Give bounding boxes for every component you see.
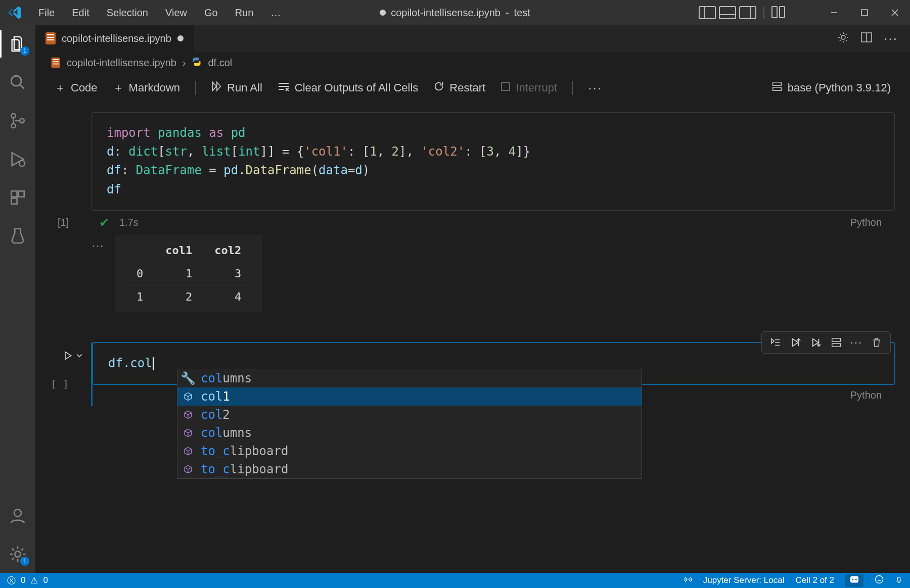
svg-point-11 [841,35,845,39]
suggestion-item[interactable]: to_clipboard [177,442,642,460]
activity-extensions[interactable] [8,188,27,207]
clear-outputs-button[interactable]: Clear Outputs of All Cells [272,79,424,96]
svg-point-5 [19,161,25,166]
layout-sidebar-right-icon[interactable] [739,6,756,19]
activity-run-debug[interactable] [8,150,27,169]
cell-language[interactable]: Python [850,217,887,228]
breadcrumb[interactable]: copilot-intellisense.ipynb › df.col [35,52,910,74]
interrupt-kernel-button[interactable]: Interrupt [495,79,562,96]
error-icon[interactable]: ⓧ [7,575,16,586]
window-title-file: copilot-intellisense.ipynb [391,7,500,19]
breadcrumb-symbol[interactable]: df.col [208,57,232,69]
window-maximize-button[interactable] [849,0,880,25]
split-cell-icon[interactable] [830,336,843,349]
menu-more[interactable]: … [262,4,290,22]
bell-icon[interactable] [895,575,903,586]
tab-notebook[interactable]: copilot-intellisense.ipynb [35,25,194,52]
svg-point-9 [14,509,21,516]
suggestion-item[interactable]: columns [177,424,642,442]
activity-bar: 1 1 [0,25,35,573]
execute-above-icon[interactable] [789,336,802,349]
notebook-icon [46,32,56,44]
chevron-down-icon[interactable] [76,352,83,359]
success-check-icon: ✔ [99,216,109,230]
tab-more-icon[interactable]: ··· [884,31,898,46]
feedback-icon[interactable] [875,575,884,586]
breadcrumb-file[interactable]: copilot-intellisense.ipynb [67,57,176,69]
layout-separator [763,7,764,19]
window-close-button[interactable] [880,0,910,25]
dataframe-table: col1col2 013 124 [125,239,252,308]
svg-rect-8 [11,198,17,204]
cell-more-icon[interactable]: ··· [850,336,863,349]
menu-go[interactable]: Go [196,4,226,22]
output-more-icon[interactable]: … [91,235,105,251]
play-icon[interactable] [63,351,73,361]
activity-settings[interactable]: 1 [8,545,27,564]
svg-point-1 [11,76,21,86]
activity-testing[interactable] [8,226,27,246]
split-editor-icon[interactable] [860,31,873,46]
box-icon [183,410,194,419]
run-cell-gutter[interactable] [63,351,83,361]
toolbar-separator [195,81,196,95]
copilot-status-icon[interactable] [845,574,863,587]
run-all-button[interactable]: Run All [206,79,267,97]
delete-cell-icon[interactable] [870,336,883,349]
menu-view[interactable]: View [157,4,195,22]
editor-area: copilot-intellisense.ipynb ··· copilot-i… [35,25,910,573]
activity-account[interactable] [8,506,27,525]
activity-source-control[interactable] [8,111,27,130]
menu-run[interactable]: Run [227,4,262,22]
svg-rect-16 [832,338,841,341]
run-by-line-icon[interactable] [769,336,782,349]
layout-sidebar-left-icon[interactable] [699,6,716,19]
activity-search[interactable] [8,73,27,92]
clear-icon [278,81,290,94]
layout-customize-icon[interactable] [771,6,778,18]
cell-language[interactable]: Python [850,389,887,401]
warning-count[interactable]: 0 [43,575,48,585]
activity-explorer[interactable]: 1 [8,34,27,54]
menu-edit[interactable]: Edit [64,4,97,22]
window-title-workspace: test [514,7,530,19]
restart-kernel-button[interactable]: Restart [428,79,490,97]
intellisense-popup[interactable]: 🔧 columns col1 col2 columns to_cl [177,369,642,479]
tab-actions: ··· [837,25,910,52]
plus-icon: ＋ [113,80,124,95]
code-cell-2[interactable]: ··· [ ] df.col Python 🔧 columns [91,342,895,406]
code-cell-1[interactable]: import pandas as pd d: dict[str, list[in… [91,112,895,312]
suggestion-item[interactable]: col1 [177,387,642,406]
chevron-right-icon: › [183,57,186,69]
execute-below-icon[interactable] [809,336,823,349]
svg-rect-6 [11,191,17,197]
suggestion-item[interactable]: col2 [177,406,642,424]
window-controls [819,0,910,25]
exec-count: [1] [58,217,69,228]
add-code-cell-button[interactable]: ＋Code [50,78,103,97]
notebook-kernel-settings-icon[interactable] [837,31,849,46]
run-all-icon [211,81,222,95]
menu-selection[interactable]: Selection [99,4,156,22]
suggestion-item[interactable]: to_clipboard [177,460,642,478]
suggestion-item[interactable]: 🔧 columns [177,369,642,387]
notebook-toolbar: ＋Code ＋Markdown Run All Clear Outputs of… [35,74,910,102]
radio-tower-icon[interactable] [684,575,692,586]
status-jupyter-server[interactable]: Jupyter Server: Local [703,575,785,585]
layout-panel-icon[interactable] [719,6,736,19]
box-icon [183,392,194,401]
menu-file[interactable]: File [30,4,63,22]
code-editor[interactable]: import pandas as pd d: dict[str, list[in… [91,112,895,211]
cell-output: col1col2 013 124 [115,235,262,312]
kernel-picker-button[interactable]: base (Python 3.9.12) [766,79,896,97]
svg-rect-17 [832,344,841,347]
toolbar-more-button[interactable]: ··· [583,78,607,98]
error-count[interactable]: 0 [21,575,25,585]
window-minimize-button[interactable] [819,0,849,25]
explorer-badge: 1 [20,46,29,56]
warning-icon[interactable]: ⚠ [30,575,38,586]
notebook-body: import pandas as pd d: dict[str, list[in… [35,102,910,406]
wrench-icon: 🔧 [183,371,194,385]
add-markdown-cell-button[interactable]: ＋Markdown [108,78,185,97]
status-cell-position[interactable]: Cell 2 of 2 [795,575,834,585]
